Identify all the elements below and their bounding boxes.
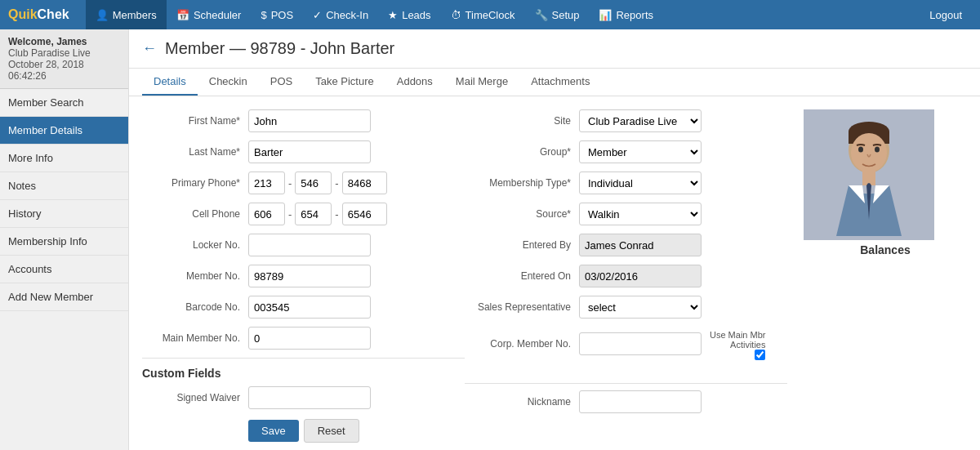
entered-on-row: Entered On — [465, 265, 787, 287]
phone2-part2-input[interactable] — [295, 203, 332, 225]
phone1-part1-input[interactable] — [248, 172, 285, 194]
sidebar-item-notes[interactable]: Notes — [0, 172, 128, 200]
main-member-no-input[interactable] — [248, 327, 371, 350]
entered-by-label: Entered By — [465, 239, 579, 251]
page-title: Member — 98789 - John Barter — [165, 39, 394, 58]
save-button[interactable]: Save — [248, 420, 299, 442]
logo-chek: Chek — [38, 7, 69, 21]
back-arrow-icon[interactable]: ← — [142, 40, 157, 57]
scheduler-icon: 📅 — [176, 9, 189, 21]
last-name-row: Last Name* — [142, 140, 465, 163]
sidebar-item-member-details[interactable]: Member Details — [0, 117, 128, 145]
member-no-label: Member No. — [142, 270, 248, 282]
nav-timeclock[interactable]: ⏱ TimeClock — [441, 0, 525, 29]
nav-setup-label: Setup — [552, 9, 580, 21]
right-divider — [465, 383, 787, 384]
tab-addons[interactable]: Addons — [385, 69, 444, 96]
group-label: Group* — [465, 146, 579, 158]
person-photo — [820, 114, 918, 236]
sidebar-item-accounts[interactable]: Accounts — [0, 256, 128, 283]
first-name-label: First Name* — [142, 115, 248, 127]
sidebar: Welcome, James Club Paradise Live Octobe… — [0, 29, 129, 450]
sidebar-club: Club Paradise Live — [8, 47, 120, 59]
tab-attachments[interactable]: Attachments — [519, 69, 601, 96]
nav-reports[interactable]: 📊 Reports — [589, 0, 663, 29]
phone1-part3-input[interactable] — [342, 172, 387, 194]
signed-waiver-row: Signed Waiver — [142, 386, 465, 409]
corp-member-input[interactable] — [579, 332, 702, 355]
tab-take-picture[interactable]: Take Picture — [304, 69, 385, 96]
nav-members[interactable]: 👤 Members — [86, 0, 167, 29]
tab-mail-merge[interactable]: Mail Merge — [444, 69, 519, 96]
nav-pos[interactable]: $ POS — [251, 0, 303, 29]
first-name-input[interactable] — [248, 109, 371, 132]
nav-reports-label: Reports — [616, 9, 653, 21]
nav-timeclock-label: TimeClock — [466, 9, 515, 21]
tab-details[interactable]: Details — [142, 69, 198, 96]
sidebar-item-more-info[interactable]: More Info — [0, 145, 128, 172]
logo-quik: Quik — [8, 7, 38, 21]
use-main-mbr-checkbox[interactable] — [755, 350, 765, 360]
cell-phone-label: Cell Phone — [142, 208, 248, 220]
locker-no-input[interactable] — [248, 234, 371, 256]
sidebar-item-add-new-member[interactable]: Add New Member — [0, 283, 128, 311]
members-icon: 👤 — [96, 9, 109, 21]
avatar-section: Balances — [804, 109, 967, 450]
nav-pos-label: POS — [271, 9, 293, 21]
nickname-label: Nickname — [465, 396, 579, 408]
group-select[interactable]: Member — [579, 140, 702, 163]
main-member-no-label: Main Member No. — [142, 332, 248, 344]
reset-button[interactable]: Reset — [304, 419, 359, 443]
corp-member-label: Corp. Member No. — [465, 338, 579, 350]
tab-checkin[interactable]: Checkin — [198, 69, 259, 96]
main-member-no-row: Main Member No. — [142, 327, 465, 350]
entered-on-input — [579, 265, 702, 287]
sidebar-item-member-search[interactable]: Member Search — [0, 89, 128, 117]
activities-label: Activities — [730, 340, 765, 350]
barcode-no-input[interactable] — [248, 296, 371, 319]
form-columns: First Name* Last Name* Primary Phone* - — [142, 109, 787, 450]
nav-checkin[interactable]: ✓ Check-In — [303, 0, 378, 29]
membership-type-label: Membership Type* — [465, 177, 579, 189]
use-main-mbr-label: Use Main Mbr — [710, 330, 765, 340]
sales-rep-select[interactable]: select — [579, 296, 702, 319]
cell-phone-group: - - — [248, 203, 387, 225]
avatar — [804, 109, 934, 240]
signed-waiver-input[interactable] — [248, 386, 371, 409]
sidebar-datetime: October 28, 2018 06:42:26 — [8, 59, 120, 82]
nav-setup[interactable]: 🔧 Setup — [525, 0, 590, 29]
app-logo: QuikChek — [8, 7, 69, 22]
member-no-row: Member No. — [142, 265, 465, 287]
sales-rep-label: Sales Representative — [465, 301, 579, 313]
signed-waiver-label: Signed Waiver — [142, 392, 248, 403]
details-form: First Name* Last Name* Primary Phone* - — [129, 96, 980, 450]
sidebar-item-membership-info[interactable]: Membership Info — [0, 228, 128, 256]
nickname-input[interactable] — [579, 390, 702, 413]
tab-pos[interactable]: POS — [259, 69, 304, 96]
first-name-row: First Name* — [142, 109, 465, 132]
phone1-part2-input[interactable] — [295, 172, 332, 194]
source-select[interactable]: Walkin — [579, 203, 702, 225]
membership-type-select[interactable]: Individual — [579, 172, 702, 194]
site-select[interactable]: Club Paradise Live — [579, 109, 702, 132]
use-main-mbr-group: Use Main Mbr Activities — [710, 330, 765, 360]
tabs-bar: Details Checkin POS Take Picture Addons … — [129, 69, 980, 96]
phone-sep-3: - — [288, 208, 292, 221]
sales-rep-row: Sales Representative select — [465, 296, 787, 319]
source-row: Source* Walkin — [465, 203, 787, 225]
member-no-input[interactable] — [248, 265, 371, 287]
sidebar-item-history[interactable]: History — [0, 200, 128, 228]
nav-leads[interactable]: ★ Leads — [378, 0, 440, 29]
nav-scheduler[interactable]: 📅 Scheduler — [167, 0, 252, 29]
checkin-icon: ✓ — [313, 9, 322, 21]
last-name-input[interactable] — [248, 140, 371, 163]
top-nav: QuikChek 👤 Members 📅 Scheduler $ POS ✓ C… — [0, 0, 980, 29]
phone2-part1-input[interactable] — [248, 203, 285, 225]
logout-button[interactable]: Logout — [920, 9, 972, 21]
phone2-part3-input[interactable] — [342, 203, 387, 225]
site-row: Site Club Paradise Live — [465, 109, 787, 132]
svg-point-6 — [875, 147, 880, 153]
last-name-label: Last Name* — [142, 146, 248, 158]
locker-no-label: Locker No. — [142, 239, 248, 251]
use-main-mbr-container: Use Main Mbr Activities — [710, 327, 765, 360]
